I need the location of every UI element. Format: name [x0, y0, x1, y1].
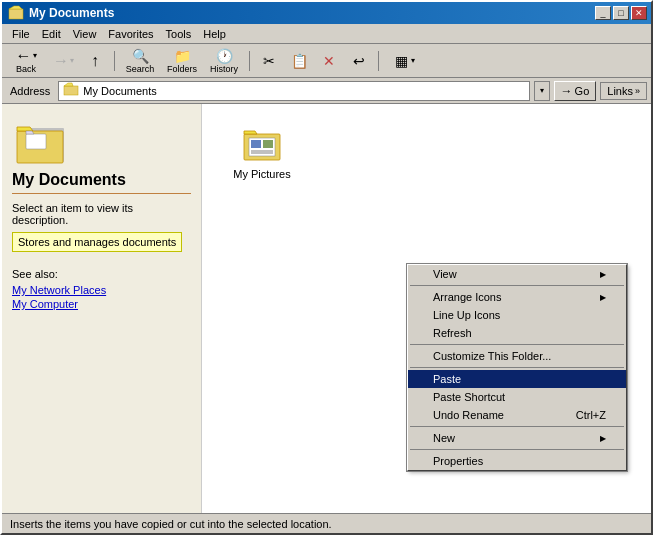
forward-dropdown-arrow: ▾	[70, 56, 74, 65]
links-expander: »	[635, 86, 640, 96]
move-button[interactable]: ✂	[255, 46, 283, 76]
ctx-new-label: New	[433, 432, 600, 444]
svg-rect-12	[251, 140, 261, 148]
ctx-line-up-icons[interactable]: Line Up Icons	[408, 306, 626, 324]
svg-marker-1	[9, 6, 22, 9]
ctx-arrange-icons[interactable]: Arrange Icons ▶	[408, 288, 626, 306]
my-computer-link[interactable]: My Computer	[12, 298, 191, 310]
links-button[interactable]: Links »	[600, 82, 647, 100]
main-window: My Documents _ □ ✕ File Edit View Favori…	[0, 0, 653, 535]
ctx-sep-2	[410, 344, 624, 345]
context-menu: View ▶ Arrange Icons ▶ Line Up Icons Ref…	[407, 264, 627, 471]
maximize-button[interactable]: □	[613, 6, 629, 20]
ctx-arrange-icons-label: Arrange Icons	[433, 291, 600, 303]
ctx-paste-label: Paste	[433, 373, 606, 385]
my-pictures-icon[interactable]: My Pictures	[222, 124, 302, 180]
menu-file[interactable]: File	[6, 26, 36, 42]
close-button[interactable]: ✕	[631, 6, 647, 20]
search-button[interactable]: 🔍 Search	[120, 46, 160, 76]
ctx-view-arrow: ▶	[600, 270, 606, 279]
my-pictures-folder-icon	[242, 124, 282, 164]
description-label: Select an item to view its description.	[12, 202, 191, 226]
folders-label: Folders	[167, 64, 197, 74]
back-button[interactable]: ← ▾ Back	[6, 46, 46, 76]
menu-view[interactable]: View	[67, 26, 103, 42]
info-box: Stores and manages documents	[12, 232, 182, 252]
address-dropdown[interactable]: ▾	[534, 81, 550, 101]
svg-rect-13	[263, 140, 273, 148]
views-button[interactable]: ▦ ▾	[384, 46, 424, 76]
toolbar-separator-2	[249, 51, 250, 71]
copy-icon: 📋	[291, 53, 307, 69]
address-bar: Address My Documents ▾ → Go Links »	[2, 78, 651, 104]
ctx-view[interactable]: View ▶	[408, 265, 626, 283]
ctx-line-up-icons-label: Line Up Icons	[433, 309, 606, 321]
delete-button[interactable]: ✕	[315, 46, 343, 76]
right-content[interactable]: My Pictures View ▶ Arrange Icons ▶ Line …	[202, 104, 651, 513]
ctx-arrange-icons-arrow: ▶	[600, 293, 606, 302]
ctx-undo-rename[interactable]: Undo Rename Ctrl+Z	[408, 406, 626, 424]
history-label: History	[210, 64, 238, 74]
menu-edit[interactable]: Edit	[36, 26, 67, 42]
svg-rect-7	[26, 134, 46, 149]
menu-help[interactable]: Help	[197, 26, 232, 42]
folders-button[interactable]: 📁 Folders	[162, 46, 202, 76]
ctx-refresh[interactable]: Refresh	[408, 324, 626, 342]
history-icon: 🕐	[216, 48, 232, 64]
ctx-paste[interactable]: Paste	[408, 370, 626, 388]
up-icon: ↑	[87, 53, 103, 69]
ctx-properties[interactable]: Properties	[408, 452, 626, 470]
svg-rect-2	[64, 86, 78, 95]
ctx-properties-label: Properties	[433, 455, 606, 467]
move-icon: ✂	[261, 53, 277, 69]
address-input-wrap[interactable]: My Documents	[58, 81, 529, 101]
ctx-paste-shortcut[interactable]: Paste Shortcut	[408, 388, 626, 406]
folders-icon: 📁	[174, 48, 190, 64]
ctx-sep-4	[410, 426, 624, 427]
title-bar: My Documents _ □ ✕	[2, 2, 651, 24]
see-also-label: See also:	[12, 268, 191, 280]
undo-button[interactable]: ↩	[345, 46, 373, 76]
menu-favorites[interactable]: Favorites	[102, 26, 159, 42]
ctx-customize-folder[interactable]: Customize This Folder...	[408, 347, 626, 365]
search-icon: 🔍	[132, 48, 148, 64]
ctx-sep-1	[410, 285, 624, 286]
delete-icon: ✕	[321, 53, 337, 69]
copy-button[interactable]: 📋	[285, 46, 313, 76]
my-network-places-link[interactable]: My Network Places	[12, 284, 191, 296]
status-text: Inserts the items you have copied or cut…	[10, 518, 332, 530]
back-icon: ←	[16, 48, 32, 64]
ctx-refresh-label: Refresh	[433, 327, 606, 339]
ctx-sep-3	[410, 367, 624, 368]
up-button[interactable]: ↑	[81, 46, 109, 76]
main-content: My Documents Select an item to view its …	[2, 104, 651, 513]
address-value: My Documents	[83, 85, 524, 97]
menu-bar: File Edit View Favorites Tools Help	[2, 24, 651, 44]
back-dropdown-arrow: ▾	[33, 51, 37, 60]
ctx-view-label: View	[433, 268, 600, 280]
ctx-new[interactable]: New ▶	[408, 429, 626, 447]
minimize-button[interactable]: _	[595, 6, 611, 20]
menu-tools[interactable]: Tools	[160, 26, 198, 42]
back-label: Back	[16, 64, 36, 74]
go-label: Go	[575, 85, 590, 97]
history-button[interactable]: 🕐 History	[204, 46, 244, 76]
ctx-sep-5	[410, 449, 624, 450]
ctx-undo-rename-label: Undo Rename	[433, 409, 566, 421]
views-icon: ▦	[394, 53, 410, 69]
left-panel-title: My Documents	[12, 171, 191, 194]
svg-marker-6	[17, 127, 33, 131]
title-bar-left: My Documents	[8, 4, 114, 23]
go-arrow-icon: →	[561, 84, 573, 98]
ctx-paste-shortcut-label: Paste Shortcut	[433, 391, 606, 403]
ctx-undo-rename-shortcut: Ctrl+Z	[576, 409, 606, 421]
search-label: Search	[126, 64, 155, 74]
my-pictures-label: My Pictures	[233, 168, 290, 180]
forward-icon: →	[53, 53, 69, 69]
toolbar: ← ▾ Back → ▾ ↑ 🔍 Search 📁 Folders	[2, 44, 651, 78]
forward-button[interactable]: → ▾	[48, 46, 79, 76]
title-controls: _ □ ✕	[595, 6, 647, 20]
ctx-customize-folder-label: Customize This Folder...	[433, 350, 606, 362]
go-button[interactable]: → Go	[554, 81, 597, 101]
address-folder-icon	[63, 81, 79, 100]
